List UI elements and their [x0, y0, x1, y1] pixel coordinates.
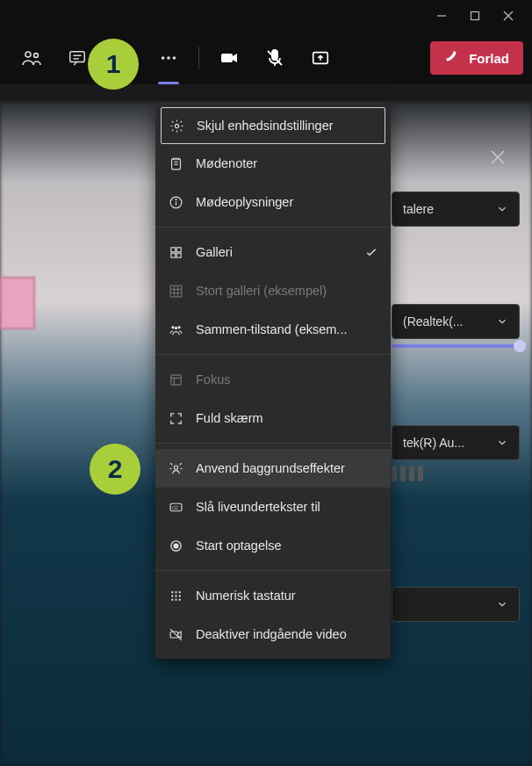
toolbar-separator: [198, 47, 199, 69]
leave-button[interactable]: Forlad: [430, 41, 523, 75]
together-icon: [168, 322, 183, 337]
chevron-down-icon: [496, 437, 508, 449]
svg-point-11: [173, 56, 176, 60]
menu-together-mode[interactable]: Sammen-tilstand (eksem...: [155, 310, 391, 349]
window-maximize-button[interactable]: [469, 10, 481, 22]
camera-button[interactable]: [206, 37, 252, 79]
window-close-button[interactable]: [502, 10, 514, 22]
microphone-dropdown[interactable]: (Realtek(...: [392, 304, 520, 339]
menu-label: Slå liveundertekster til: [196, 500, 320, 514]
svg-rect-6: [70, 52, 85, 62]
window-minimize-button[interactable]: [435, 10, 448, 22]
svg-point-57: [171, 598, 173, 600]
hangup-icon: [444, 49, 462, 67]
chevron-down-icon: [496, 598, 508, 611]
menu-label: Mødenoter: [196, 156, 257, 170]
menu-separator: [155, 570, 391, 571]
svg-rect-31: [170, 285, 182, 297]
svg-point-5: [34, 54, 39, 58]
dropdown-value: talere: [403, 202, 434, 216]
window-titlebar: [0, 0, 532, 32]
chevron-down-icon: [496, 203, 508, 215]
grid-3x3-icon: [168, 283, 183, 299]
svg-point-4: [25, 52, 31, 57]
menu-device-settings[interactable]: Skjul enhedsindstillinger: [161, 107, 385, 144]
chevron-down-icon: [496, 315, 508, 328]
svg-point-53: [178, 591, 180, 593]
meeting-toolbar: Forlad: [0, 32, 532, 84]
notes-icon: [168, 155, 183, 171]
svg-point-42: [174, 465, 177, 468]
callout-number: 2: [108, 454, 123, 484]
grid-2x2-icon: [168, 244, 183, 260]
device-settings-panel: talere (Realtek(... tek(R) Au...: [392, 132, 532, 622]
svg-line-61: [170, 629, 182, 640]
svg-point-50: [174, 544, 178, 548]
menu-label: Fuld skærm: [196, 411, 263, 425]
menu-meeting-info[interactable]: Mødeoplysninger: [155, 183, 391, 221]
leave-label: Forlad: [469, 51, 509, 66]
menu-label: Sammen-tilstand (eksem...: [196, 322, 347, 336]
menu-start-recording[interactable]: Start optagelse: [155, 526, 391, 565]
svg-line-43: [170, 463, 172, 465]
menu-keypad[interactable]: Numerisk tastatur: [155, 576, 391, 615]
menu-label: Mødeoplysninger: [196, 195, 293, 209]
menu-label: Galleri: [196, 245, 233, 259]
camera-dropdown[interactable]: [392, 587, 520, 622]
menu-meeting-notes[interactable]: Mødenoter: [155, 144, 391, 183]
panel-close-button[interactable]: [490, 149, 506, 165]
svg-point-51: [171, 591, 173, 593]
more-actions-button[interactable]: [146, 37, 191, 79]
fullscreen-icon: [168, 410, 183, 426]
svg-point-36: [171, 326, 174, 329]
menu-disable-incoming-video[interactable]: Deaktiver indgående video: [155, 615, 391, 654]
record-icon: [168, 538, 183, 553]
menu-label: Fokus: [196, 372, 231, 387]
svg-point-37: [177, 326, 180, 329]
menu-separator: [155, 443, 391, 444]
check-icon: [364, 245, 378, 259]
svg-line-44: [179, 463, 181, 465]
more-actions-menu: Skjul enhedsindstillinger Mødenoter Møde…: [155, 102, 391, 659]
menu-fullscreen[interactable]: Fuld skærm: [155, 399, 391, 437]
mic-muted-button[interactable]: [252, 37, 298, 79]
menu-label: Numerisk tastatur: [196, 589, 296, 603]
svg-point-54: [171, 595, 173, 596]
svg-point-38: [174, 326, 176, 329]
svg-point-59: [178, 598, 180, 600]
video-off-icon: [168, 626, 183, 642]
menu-separator: [155, 354, 391, 355]
svg-point-55: [175, 595, 176, 596]
svg-rect-39: [170, 374, 180, 384]
audio-device-dropdown[interactable]: tek(R) Au...: [392, 425, 520, 460]
focus-icon: [168, 372, 183, 387]
dropdown-value: tek(R) Au...: [403, 436, 464, 450]
background-effects-icon: [168, 460, 183, 476]
svg-point-17: [175, 124, 178, 127]
menu-label: Stort galleri (eksempel): [196, 284, 327, 298]
svg-point-58: [175, 598, 176, 600]
video-preview-object: [0, 277, 35, 329]
svg-rect-28: [176, 247, 181, 251]
slider-thumb[interactable]: [514, 340, 526, 352]
svg-rect-30: [176, 253, 181, 257]
callout-2: 2: [90, 444, 140, 495]
info-icon: [168, 194, 183, 210]
active-indicator: [158, 82, 179, 84]
svg-text:CC: CC: [172, 505, 179, 509]
svg-point-10: [167, 56, 170, 60]
menu-gallery[interactable]: Galleri: [155, 233, 391, 271]
menu-large-gallery: Stort galleri (eksempel): [155, 271, 391, 310]
share-screen-button[interactable]: [298, 37, 343, 79]
menu-live-captions[interactable]: CC Slå liveundertekster til: [155, 488, 391, 526]
keypad-icon: [168, 588, 183, 603]
speaker-dropdown[interactable]: talere: [392, 192, 520, 227]
svg-rect-29: [170, 253, 175, 257]
menu-background-effects[interactable]: Anvend baggrundseffekter: [155, 449, 391, 488]
captions-icon: CC: [168, 499, 183, 515]
menu-label: Start optagelse: [196, 538, 282, 553]
svg-rect-1: [471, 12, 479, 20]
people-button[interactable]: [9, 37, 54, 79]
dropdown-value: (Realtek(...: [403, 314, 463, 329]
volume-slider[interactable]: [392, 344, 520, 348]
